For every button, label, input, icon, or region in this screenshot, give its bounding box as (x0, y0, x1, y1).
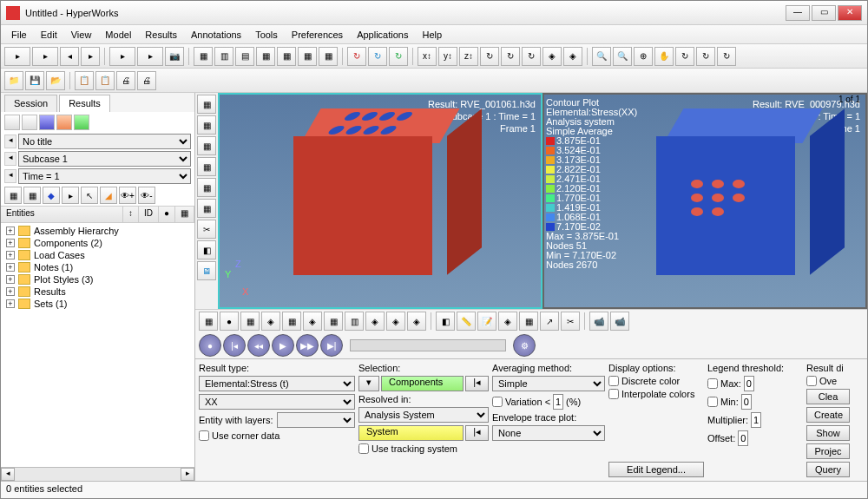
tb-print[interactable]: 🖨 (116, 71, 135, 90)
min-input[interactable] (741, 394, 752, 410)
result-type-select[interactable]: Elemental:Stress (t) (199, 376, 355, 391)
components-button[interactable]: Components (381, 376, 464, 391)
eye-hide-icon[interactable]: 👁- (138, 187, 155, 204)
tb-zoom-out[interactable]: 🔍 (613, 47, 632, 66)
tb-rotate[interactable]: ↻ (675, 47, 694, 66)
rt-17[interactable]: ↗ (540, 312, 559, 331)
tree-header-id[interactable]: ID (139, 207, 159, 222)
offset-input[interactable] (738, 430, 748, 446)
tree-expand[interactable]: + (6, 299, 15, 308)
edit-legend-button[interactable]: Edit Legend... (608, 462, 704, 477)
menu-preferences[interactable]: Preferences (285, 27, 350, 43)
tree-expand[interactable]: + (6, 275, 15, 284)
menu-annotations[interactable]: Annotations (184, 27, 248, 43)
tb-window[interactable]: ▸ (137, 47, 163, 66)
sel-reset-button[interactable]: |◂ (465, 376, 489, 391)
tb-layout7[interactable]: ▦ (319, 47, 338, 66)
rt-section[interactable]: ◧ (436, 312, 455, 331)
st-1[interactable]: ▦ (4, 187, 22, 204)
rt-sphere[interactable]: ● (220, 312, 239, 331)
envelope-select[interactable]: None (492, 425, 605, 441)
ove-check[interactable] (806, 376, 817, 386)
tree-item[interactable]: Results (34, 286, 66, 297)
tb-fit[interactable]: ⊕ (634, 47, 653, 66)
tb-layout5[interactable]: ▦ (277, 47, 296, 66)
tb-layout3[interactable]: ▤ (235, 47, 254, 66)
menu-applications[interactable]: Applications (350, 27, 415, 43)
vt-5[interactable]: ▦ (197, 178, 216, 197)
tb-axis-xy[interactable]: ↻ (480, 47, 499, 66)
viewport-left[interactable]: Result: RVE_001061.h3d Subcase 1 : Time … (218, 93, 542, 309)
tb-pan[interactable]: ✋ (654, 47, 674, 66)
rt-6[interactable]: ◈ (303, 312, 322, 331)
tb-layout2[interactable]: ▥ (214, 47, 233, 66)
max-input[interactable] (744, 376, 754, 391)
tb-camera[interactable]: 📷 (165, 47, 184, 66)
rt-9[interactable]: ◈ (365, 312, 385, 331)
rt-iso[interactable]: ▦ (240, 312, 260, 331)
vt-7[interactable]: ✂ (197, 220, 216, 239)
rt-tensor[interactable]: ▦ (282, 312, 301, 331)
side-icon-2[interactable] (22, 115, 37, 130)
tree-item[interactable]: Components (2) (34, 238, 102, 248)
tb-iso[interactable]: ◈ (542, 47, 562, 66)
play-mode-button[interactable]: ● (199, 334, 221, 357)
resolved-select[interactable]: Analysis System (358, 407, 489, 423)
tb-open[interactable]: 📁 (4, 71, 23, 90)
vt-8[interactable]: ◧ (197, 240, 216, 259)
tb-print2[interactable]: 🖨 (137, 71, 156, 90)
rt-11[interactable]: ◈ (407, 312, 426, 331)
tb-arrow2[interactable]: ↻ (368, 47, 387, 66)
menu-model[interactable]: Model (98, 27, 138, 43)
next-frame-button[interactable]: ▶▶ (296, 334, 319, 357)
rt-15[interactable]: ◈ (498, 312, 517, 331)
tree-header-sort-icon[interactable]: ↕ (123, 207, 139, 222)
variation-check[interactable] (492, 397, 503, 407)
monitor-icon[interactable]: 🖥 (197, 261, 216, 280)
entity-layers-select[interactable] (277, 412, 355, 428)
rt-16[interactable]: ▦ (519, 312, 538, 331)
tb-persp[interactable]: ◈ (563, 47, 582, 66)
subcase-select[interactable]: Subcase 1 (18, 151, 191, 167)
tb-page-right[interactable]: ▸ (81, 47, 100, 66)
min-check[interactable] (707, 397, 718, 407)
tb-axis-y[interactable]: y↕ (438, 47, 457, 66)
tree-expand[interactable]: + (6, 227, 15, 235)
tb-rotate2[interactable]: ↻ (696, 47, 715, 66)
sel-prev-button[interactable]: ▾ (358, 376, 379, 391)
vt-2[interactable]: ▦ (197, 115, 216, 135)
tree-header-mesh-icon[interactable]: ▦ (175, 207, 194, 222)
side-icon-3[interactable] (39, 115, 55, 130)
maximize-button[interactable]: ▭ (812, 5, 836, 21)
vt-6[interactable]: ▦ (197, 199, 216, 218)
tb-import[interactable]: 📂 (46, 71, 65, 90)
tree-item[interactable]: Sets (1) (34, 299, 68, 309)
tb-arrow1[interactable]: ↻ (347, 47, 366, 66)
rt-7[interactable]: ▦ (324, 312, 343, 331)
tree-header-color-icon[interactable]: ● (159, 207, 175, 222)
tb-layout1[interactable]: ▦ (194, 47, 213, 66)
tree-expand[interactable]: + (6, 251, 15, 259)
tb-axis-z[interactable]: z↕ (459, 47, 478, 66)
tree-expand[interactable]: + (6, 287, 15, 296)
tb-arrow3[interactable]: ↻ (389, 47, 408, 66)
cursor-icon[interactable]: ↖ (81, 187, 98, 204)
play-button[interactable]: ▶ (272, 334, 294, 357)
variation-input[interactable] (553, 394, 563, 410)
query-button[interactable]: Query (806, 462, 850, 477)
rt-18[interactable]: ✂ (561, 312, 580, 331)
menu-edit[interactable]: Edit (34, 27, 64, 43)
use-corner-check[interactable] (199, 430, 209, 441)
time-slider[interactable] (350, 339, 506, 351)
interpolate-check[interactable] (608, 389, 619, 399)
tb-zoom-in[interactable]: 🔍 (592, 47, 611, 66)
viewport-right[interactable]: Result: RVE_000979.h3d Subcase 1 : Time … (542, 93, 867, 309)
tb-axis-x[interactable]: x↕ (418, 47, 437, 66)
avg-select[interactable]: Simple (492, 376, 605, 391)
st-6[interactable]: ◢ (100, 187, 117, 204)
tab-results[interactable]: Results (59, 95, 110, 112)
menu-help[interactable]: Help (415, 27, 449, 43)
tb-axis-yz[interactable]: ↻ (501, 47, 520, 66)
tb-copy[interactable]: 📋 (75, 71, 94, 90)
vt-4[interactable]: ▦ (197, 157, 216, 176)
